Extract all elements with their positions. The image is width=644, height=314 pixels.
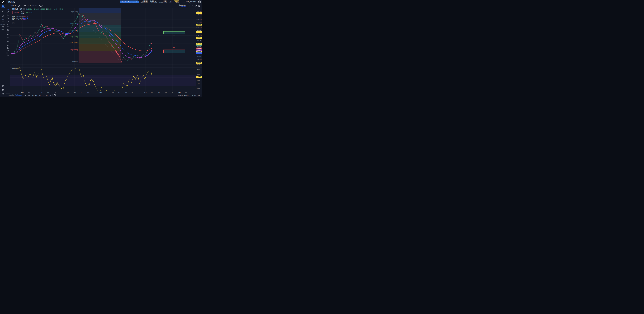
magnet-mode[interactable] <box>6 41 9 43</box>
svg-text:40.00: 40.00 <box>197 83 200 84</box>
quick-search-icon[interactable] <box>192 5 194 7</box>
svg-text:165.000: 165.000 <box>197 27 202 28</box>
clock[interactable]: 22:38:52 (UTC+2) <box>178 94 189 96</box>
magnet-icon <box>7 41 9 43</box>
range-5d[interactable]: 5D <box>28 94 30 96</box>
ema-200-row[interactable]: EMA200 close 0125.790 <box>12 15 63 17</box>
svg-text:130.000: 130.000 <box>197 46 202 47</box>
chart-stage[interactable]: 1 (192.590)0.764 (170.378)0.618 (156.636… <box>10 8 202 94</box>
svg-text:160.000: 160.000 <box>197 30 202 31</box>
ema-50-row[interactable]: EMA50 close 0122.018 <box>12 19 63 21</box>
symbol-search[interactable]: LEN.US <box>8 5 16 7</box>
emoji-tool[interactable] <box>6 29 9 31</box>
svg-text:30.00: 30.00 <box>197 85 200 87</box>
interval-button[interactable]: T <box>22 5 22 7</box>
text-tool[interactable] <box>6 26 9 28</box>
switch-to-real-button[interactable]: Switch to Real account <box>120 1 138 3</box>
app-logo[interactable] <box>0 0 6 4</box>
remove-drawings[interactable] <box>6 54 9 56</box>
svg-text:2: 2 <box>138 92 139 93</box>
source-toggle-pill[interactable] <box>23 8 25 10</box>
result-stat: € 0.00 Result <box>168 0 172 4</box>
zoom-in-icon <box>7 37 9 39</box>
compare-add-icon[interactable] <box>18 5 20 7</box>
help-icon[interactable]: ? <box>2 93 4 95</box>
rsi-legend[interactable]: RSI 14 62.75 <box>12 68 21 70</box>
newspaper-icon <box>2 26 4 28</box>
auto-scale-button[interactable]: auto <box>198 94 200 96</box>
object-tree-expand-tab[interactable]: › <box>6 52 8 54</box>
svg-text:175.000: 175.000 <box>197 22 202 23</box>
account-value-stat: € 10000.00 Account value <box>140 0 148 4</box>
sidebar-item-market-buzz[interactable]: Market Buzz <box>0 15 6 20</box>
legend-symbol[interactable]: LEN.US <box>12 8 18 10</box>
camera-snapshot-icon[interactable] <box>198 5 200 7</box>
projection-tool[interactable] <box>6 20 9 22</box>
bubbles-icon <box>2 15 4 17</box>
go-to-date-icon[interactable] <box>54 94 56 96</box>
sidebar-item-markets[interactable]: Markets <box>0 5 6 9</box>
avatar[interactable] <box>198 1 201 3</box>
sidebar-item-calendar[interactable]: Calendar <box>0 10 6 14</box>
undo-icon[interactable] <box>39 5 41 7</box>
theme-contrast-icon[interactable] <box>2 85 4 87</box>
change-value: −0.610 (−0.46%) <box>53 8 63 10</box>
envelope-icon <box>2 22 4 23</box>
preferences-sliders-icon[interactable] <box>2 89 4 91</box>
sell-price-button[interactable]: 132.490 <box>12 11 20 14</box>
pattern-tool[interactable] <box>6 17 9 19</box>
svg-text:2024: 2024 <box>21 92 24 93</box>
layout-checkbox[interactable] <box>176 5 178 7</box>
svg-text:Feb: Feb <box>185 92 187 93</box>
range-5y[interactable]: 5Y <box>46 94 48 96</box>
measure-tool[interactable] <box>6 34 9 36</box>
sidebar-item-messages[interactable]: Messages <box>0 22 6 25</box>
svg-text:125.790: 125.790 <box>197 48 201 49</box>
lock-icon <box>7 47 9 49</box>
candlestick-style-icon[interactable] <box>24 5 26 7</box>
account-type[interactable]: DEMO Account <box>174 1 180 4</box>
page-title: Markets <box>8 1 15 3</box>
range-1m[interactable]: 1M <box>32 94 34 96</box>
trend-line-tool[interactable] <box>6 11 9 14</box>
svg-text:0.382 (134.424): 0.382 (134.424) <box>69 42 78 43</box>
stay-in-drawing-mode[interactable] <box>6 44 9 46</box>
ema-100-row[interactable]: EMA100 close 0119.978 <box>12 17 63 19</box>
sidebar-item-news[interactable]: News <box>0 26 6 30</box>
svg-text:95.000: 95.000 <box>197 64 201 65</box>
range-6m[interactable]: 6M <box>39 94 41 96</box>
svg-text:120.682: 120.682 <box>197 51 201 52</box>
range-all[interactable]: All <box>50 94 51 96</box>
svg-text:Aug: Aug <box>67 92 69 93</box>
svg-text:0 (98.470): 0 (98.470) <box>72 61 78 62</box>
range-3m[interactable]: 3M <box>35 94 37 96</box>
spread-display: 0.11 0.01 <box>20 11 25 14</box>
sidebar: Markets Calendar Market Buzz Messages Ne… <box>0 4 6 97</box>
percent-scale-button[interactable]: % <box>192 94 193 96</box>
emoji-icon <box>7 29 9 31</box>
svg-text:Feb: Feb <box>28 92 30 93</box>
crosshair-tool[interactable] <box>6 8 9 11</box>
hide-all-drawings[interactable] <box>6 50 9 52</box>
log-scale-button[interactable]: log <box>194 94 196 96</box>
svg-text:122.018: 122.018 <box>197 50 201 51</box>
save-layout-button[interactable]: Speichern Speichern <box>179 5 187 7</box>
svg-text:134.424: 134.424 <box>197 43 201 45</box>
legend-collapse-button[interactable]: ⌃ <box>12 22 15 24</box>
indicators-button[interactable]: ƒx Indikatoren <box>28 5 37 7</box>
svg-text:145.530: 145.530 <box>197 37 201 39</box>
svg-text:Apr: Apr <box>118 92 120 93</box>
svg-text:110.000: 110.000 <box>197 56 202 57</box>
settings-gear-icon[interactable] <box>195 5 197 7</box>
zoom-in-tool[interactable] <box>6 37 9 39</box>
arrow-marker-tool[interactable] <box>6 23 9 25</box>
range-1y[interactable]: 1Y <box>43 94 44 96</box>
tradingview-link[interactable]: TradingView <box>15 94 22 96</box>
trend-line-icon <box>7 11 9 14</box>
redo-icon[interactable] <box>41 5 43 7</box>
buy-price-button[interactable]: 132.600 <box>25 11 33 14</box>
checkmark-logo-icon <box>2 1 4 3</box>
range-1d[interactable]: 1D <box>24 94 26 96</box>
fib-retracement-tool[interactable] <box>6 14 9 16</box>
lock-all-drawings[interactable] <box>6 47 9 49</box>
